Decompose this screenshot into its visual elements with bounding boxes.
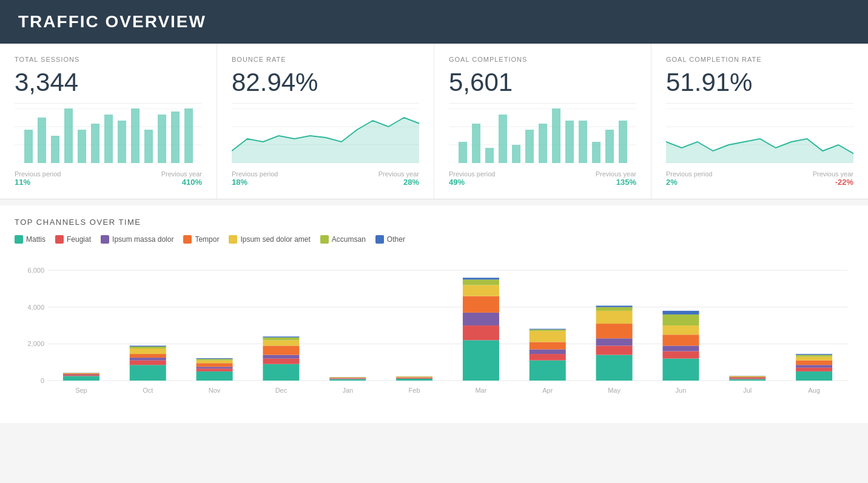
svg-rect-7	[64, 108, 73, 163]
legend-swatch	[320, 235, 329, 244]
metric-card-total-sessions: TOTAL SESSIONS 3,344 Previous period Pre…	[0, 44, 217, 199]
footer-right: Previous year	[378, 170, 419, 178]
svg-rect-52	[63, 376, 99, 381]
metric-footer: Previous period Previous year	[449, 170, 636, 178]
svg-rect-9	[91, 124, 99, 163]
svg-rect-85	[329, 379, 366, 379]
legend-item-ipsum-sed-dolor-amet: Ipsum sed dolor amet	[229, 235, 310, 244]
svg-rect-135	[729, 377, 765, 378]
svg-rect-129	[662, 315, 699, 325]
svg-rect-84	[329, 379, 366, 381]
svg-text:6,000: 6,000	[27, 267, 44, 274]
svg-rect-144	[796, 357, 832, 361]
svg-rect-69	[197, 368, 233, 371]
svg-rect-112	[530, 331, 566, 342]
svg-rect-37	[605, 130, 614, 163]
svg-rect-92	[396, 379, 432, 381]
metric-pct-row: 11% 410%	[15, 178, 202, 187]
svg-rect-74	[197, 358, 233, 359]
metric-footer: Previous period Previous year	[232, 170, 419, 178]
svg-rect-94	[396, 378, 432, 378]
svg-rect-34	[565, 121, 574, 163]
svg-rect-32	[539, 124, 547, 163]
svg-rect-106	[463, 278, 499, 279]
svg-rect-26	[459, 142, 467, 163]
legend-item-tempor: Tempor	[183, 235, 219, 244]
svg-rect-105	[463, 279, 499, 285]
svg-rect-53	[63, 375, 99, 376]
svg-rect-122	[596, 305, 633, 307]
svg-rect-88	[329, 378, 366, 378]
svg-text:May: May	[608, 387, 621, 394]
pct-left: 18%	[232, 178, 247, 187]
pct-right: 28%	[403, 178, 419, 187]
svg-rect-70	[197, 367, 233, 368]
svg-rect-68	[197, 371, 233, 381]
svg-rect-82	[263, 336, 299, 338]
legend-item-feugiat: Feugiat	[55, 235, 91, 244]
svg-rect-78	[263, 355, 299, 359]
metric-label: TOTAL SESSIONS	[15, 56, 202, 63]
svg-rect-16	[184, 108, 193, 163]
legend-item-ipsum-massa-dolor: Ipsum massa dolor	[101, 235, 173, 244]
svg-rect-134	[729, 378, 765, 378]
metric-card-goal-completions: GOAL COMPLETIONS 5,601 Previous period P…	[434, 44, 651, 199]
svg-marker-21	[232, 118, 419, 163]
channels-section: TOP CHANNELS OVER TIME Mattis Feugiat Ip…	[0, 205, 868, 423]
metric-footer: Previous period Previous year	[15, 170, 202, 178]
svg-rect-109	[530, 354, 566, 361]
svg-rect-28	[485, 148, 494, 163]
metric-value: 5,601	[449, 68, 636, 97]
svg-rect-62	[130, 358, 166, 361]
metric-label: BOUNCE RATE	[232, 56, 419, 63]
metric-label: GOAL COMPLETION RATE	[666, 56, 853, 63]
metric-pct-row: 49% 135%	[449, 178, 636, 187]
svg-rect-10	[104, 115, 113, 163]
legend-label: Feugiat	[67, 235, 91, 244]
svg-text:Dec: Dec	[275, 387, 288, 394]
svg-rect-125	[662, 351, 699, 359]
pct-left: 11%	[15, 178, 30, 187]
pct-left: 2%	[666, 178, 678, 187]
svg-rect-100	[463, 340, 499, 381]
svg-text:Jun: Jun	[676, 387, 687, 394]
svg-text:Oct: Oct	[143, 387, 153, 394]
svg-rect-142	[796, 365, 832, 368]
svg-rect-96	[396, 376, 432, 377]
footer-right: Previous year	[161, 170, 202, 178]
svg-text:Aug: Aug	[808, 387, 820, 394]
legend-swatch	[375, 235, 384, 244]
svg-rect-33	[552, 108, 560, 163]
svg-rect-87	[329, 378, 366, 378]
legend-swatch	[229, 235, 237, 244]
svg-rect-133	[729, 378, 765, 379]
svg-rect-38	[619, 121, 627, 163]
svg-rect-108	[530, 361, 566, 381]
channels-legend: Mattis Feugiat Ipsum massa dolor Tempor …	[15, 235, 853, 244]
legend-item-other: Other	[375, 235, 405, 244]
svg-text:Feb: Feb	[409, 387, 420, 394]
svg-rect-93	[396, 378, 432, 379]
svg-rect-54	[63, 375, 99, 375]
svg-rect-113	[530, 330, 566, 331]
svg-rect-124	[662, 359, 699, 381]
legend-swatch	[101, 235, 109, 244]
pct-left: 49%	[449, 178, 465, 187]
svg-rect-81	[263, 338, 299, 341]
legend-swatch	[15, 235, 23, 244]
svg-rect-61	[130, 361, 166, 365]
pct-right: 410%	[182, 178, 202, 187]
legend-swatch	[183, 235, 192, 244]
metric-pct-row: 2% -22%	[666, 178, 853, 187]
svg-rect-146	[796, 354, 832, 355]
svg-text:Jul: Jul	[743, 387, 752, 394]
svg-rect-145	[796, 355, 832, 357]
footer-left: Previous period	[232, 170, 278, 178]
page-title: TRAFFIC OVERVIEW	[18, 12, 206, 31]
svg-rect-143	[796, 361, 832, 365]
svg-text:Nov: Nov	[209, 387, 221, 394]
footer-left: Previous period	[449, 170, 495, 178]
svg-rect-101	[463, 325, 499, 340]
svg-text:0: 0	[41, 377, 44, 384]
metric-pct-row: 18% 28%	[232, 178, 419, 187]
